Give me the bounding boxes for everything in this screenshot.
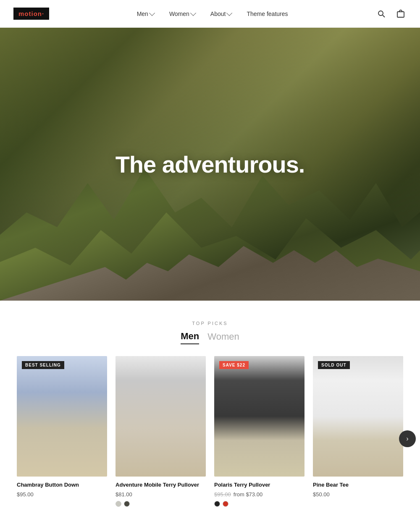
nav-item-theme-features-label: Theme features <box>247 10 288 17</box>
tab-women[interactable]: Women <box>207 331 239 344</box>
nav-item-men[interactable]: Men <box>131 7 160 21</box>
product-name: Polaris Terry Pullover <box>214 482 304 489</box>
nav-item-about-label: About <box>210 10 226 17</box>
product-card[interactable]: SAVE $22 Polaris Terry Pullover $95.00 f… <box>214 356 304 507</box>
hero-tagline: The adventurous. <box>116 151 305 178</box>
picks-tabs: Men Women <box>13 331 407 344</box>
product-image: SOLD OUT <box>313 356 403 477</box>
tab-men[interactable]: Men <box>181 331 199 344</box>
nav-item-women-label: Women <box>169 10 189 17</box>
product-card[interactable]: SOLD OUT Pine Bear Tee $50.00 <box>313 356 403 507</box>
price: $95.00 <box>17 491 34 498</box>
color-swatch[interactable] <box>116 501 121 507</box>
next-button[interactable]: › <box>399 430 416 447</box>
products-grid: BEST SELLING Chambray Button Down $95.00… <box>17 356 403 507</box>
product-price: $50.00 <box>313 491 403 498</box>
logo-text: motion <box>18 10 42 17</box>
product-name: Pine Bear Tee <box>313 482 403 489</box>
product-card[interactable]: Adventure Mobile Terry Pullover $81.00 <box>116 356 206 507</box>
top-picks-section: TOP PICKS Men Women <box>0 301 420 344</box>
color-swatches <box>116 501 206 507</box>
chevron-down-icon <box>190 10 196 16</box>
price-from: from $73.00 <box>234 491 262 498</box>
product-name: Chambray Button Down <box>17 482 107 489</box>
product-badge: SAVE $22 <box>219 361 249 369</box>
product-card[interactable]: BEST SELLING Chambray Button Down $95.00 <box>17 356 107 507</box>
price-original: $95.00 <box>214 491 231 498</box>
product-price: $95.00 from $73.00 <box>214 491 304 498</box>
product-price: $81.00 <box>116 491 206 498</box>
header: motion· Men Women About Theme features <box>0 0 420 28</box>
logo[interactable]: motion· <box>13 8 49 20</box>
product-photo <box>116 356 206 477</box>
chevron-down-icon <box>226 10 232 16</box>
product-photo <box>17 356 107 477</box>
product-photo <box>214 356 304 477</box>
svg-point-0 <box>378 11 383 16</box>
svg-rect-2 <box>397 12 404 17</box>
svg-line-1 <box>383 15 385 17</box>
cart-button[interactable] <box>395 8 407 20</box>
price: $50.00 <box>313 491 330 498</box>
logo-accent: · <box>42 10 44 17</box>
nav-item-theme-features[interactable]: Theme features <box>241 7 294 21</box>
product-badge: BEST SELLING <box>22 361 64 369</box>
header-icons <box>375 8 407 20</box>
color-swatch[interactable] <box>214 501 220 507</box>
product-badge: SOLD OUT <box>318 361 350 369</box>
color-swatches <box>214 501 304 507</box>
chevron-down-icon <box>149 10 155 16</box>
price: $81.00 <box>116 491 132 498</box>
product-price: $95.00 <box>17 491 107 498</box>
product-image: BEST SELLING <box>17 356 107 477</box>
nav-item-about[interactable]: About <box>205 7 238 21</box>
top-picks-label: TOP PICKS <box>13 321 407 326</box>
product-photo <box>313 356 403 477</box>
main-nav: Men Women About Theme features <box>49 7 375 21</box>
nav-item-women[interactable]: Women <box>163 7 201 21</box>
color-swatch[interactable] <box>223 501 228 507</box>
products-section: BEST SELLING Chambray Button Down $95.00… <box>0 356 420 524</box>
cart-icon <box>396 10 405 18</box>
color-swatch[interactable] <box>124 501 130 507</box>
hero-section: The adventurous. <box>0 28 420 301</box>
product-image <box>116 356 206 477</box>
search-icon <box>377 10 386 18</box>
product-image: SAVE $22 <box>214 356 304 477</box>
product-name: Adventure Mobile Terry Pullover <box>116 482 206 489</box>
search-button[interactable] <box>375 8 387 20</box>
nav-item-men-label: Men <box>137 10 148 17</box>
